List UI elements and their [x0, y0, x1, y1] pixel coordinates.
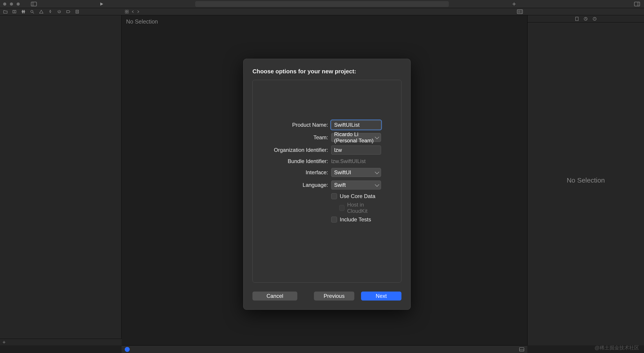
test-navigator-icon[interactable] — [48, 10, 52, 14]
dialog-title: Choose options for your new project: — [252, 68, 402, 75]
editor-options-icon-container — [517, 8, 523, 15]
watermark-text: @稀土掘金技术社区 — [595, 345, 639, 351]
navigator-panel — [0, 15, 122, 345]
org-id-label: Organization Identifier: — [273, 147, 331, 153]
navigator-selector-bar — [0, 8, 644, 15]
minimize-window-button[interactable] — [10, 2, 13, 5]
product-name-input[interactable] — [331, 120, 381, 129]
breakpoint-navigator-icon[interactable] — [66, 10, 70, 14]
interface-select[interactable]: SwiftUI — [331, 168, 381, 177]
window-titlebar — [0, 0, 644, 8]
language-select-value: Swift — [334, 182, 346, 188]
svg-rect-27 — [576, 17, 578, 21]
activity-viewer[interactable] — [195, 1, 449, 7]
svg-marker-18 — [67, 10, 70, 13]
inspector-panel: ? No Selection — [527, 15, 644, 345]
product-name-label: Product Name: — [273, 122, 331, 128]
toggle-debug-area-icon[interactable] — [519, 348, 524, 352]
svg-line-14 — [33, 12, 34, 13]
symbol-navigator-icon[interactable] — [21, 10, 26, 14]
svg-marker-2 — [100, 2, 103, 5]
use-core-data-checkbox[interactable] — [331, 193, 337, 199]
library-add-icon[interactable] — [512, 2, 516, 6]
org-id-input[interactable] — [331, 146, 381, 155]
svg-rect-26 — [127, 12, 128, 13]
svg-rect-38 — [520, 348, 524, 351]
interface-label: Interface: — [273, 169, 331, 176]
previous-button[interactable]: Previous — [314, 292, 354, 301]
svg-rect-12 — [22, 11, 25, 12]
dialog-footer: Cancel Previous Next — [252, 292, 402, 301]
related-items-icon[interactable] — [125, 10, 129, 14]
project-navigator-icon[interactable] — [3, 10, 8, 14]
help-inspector-icon[interactable]: ? — [592, 16, 597, 21]
svg-text:?: ? — [594, 18, 595, 20]
debug-filter-icon[interactable] — [125, 347, 130, 352]
team-label: Team: — [273, 134, 331, 141]
file-inspector-icon[interactable] — [575, 16, 579, 21]
svg-point-13 — [31, 10, 33, 12]
inspector-no-selection: No Selection — [566, 176, 605, 184]
inspector-toggle-icon[interactable] — [634, 2, 640, 6]
new-project-dialog-overlay: Choose options for your new project: Pro… — [243, 30, 411, 338]
bundle-id-label: Bundle Identifier: — [273, 158, 331, 164]
source-control-navigator-icon[interactable] — [12, 10, 16, 14]
use-core-data-label: Use Core Data — [340, 193, 376, 199]
inspector-tabs: ? — [528, 15, 644, 22]
report-navigator-icon[interactable] — [75, 10, 80, 14]
team-select[interactable]: Ricardo Li (Personal Team) — [331, 133, 381, 142]
go-forward-icon[interactable] — [137, 10, 140, 13]
zoom-window-button[interactable] — [16, 2, 20, 5]
history-inspector-icon[interactable] — [584, 16, 588, 21]
jump-bar-no-selection: No Selection — [122, 15, 527, 28]
run-button-icon[interactable] — [100, 2, 104, 6]
issue-navigator-icon[interactable] — [39, 10, 44, 14]
debug-navigator-icon[interactable] — [57, 10, 62, 14]
go-back-icon[interactable] — [132, 10, 134, 13]
debug-area-bar — [122, 345, 527, 353]
svg-rect-25 — [125, 12, 126, 13]
bundle-id-value: lzw.SwiftUIList — [331, 158, 366, 164]
svg-rect-23 — [125, 10, 126, 11]
interface-select-value: SwiftUI — [334, 169, 351, 176]
language-label: Language: — [273, 182, 331, 188]
include-tests-checkbox[interactable] — [331, 217, 337, 223]
host-cloudkit-checkbox — [339, 205, 344, 211]
traffic-lights — [3, 2, 20, 5]
navigator-tab-icons — [0, 10, 122, 14]
svg-marker-15 — [40, 10, 43, 13]
navigator-filter-bar — [0, 339, 122, 345]
svg-rect-5 — [634, 2, 640, 6]
svg-rect-24 — [127, 10, 128, 11]
new-project-dialog: Choose options for your new project: Pro… — [243, 59, 411, 310]
editor-area: No Selection Choose options for your new… — [122, 15, 527, 345]
next-button[interactable]: Next — [361, 292, 402, 301]
host-cloudkit-label: Host in CloudKit — [347, 202, 381, 214]
add-target-icon[interactable] — [2, 341, 6, 344]
editor-toolbar-icons — [122, 10, 143, 14]
team-select-value: Ricardo Li (Personal Team) — [334, 131, 378, 144]
language-select[interactable]: Swift — [331, 181, 381, 190]
find-navigator-icon[interactable] — [30, 10, 34, 14]
close-window-button[interactable] — [3, 2, 6, 5]
adjust-editor-options-icon[interactable] — [517, 9, 523, 14]
svg-rect-0 — [31, 2, 36, 6]
navigator-toggle-icon[interactable] — [31, 2, 37, 6]
dialog-form-body: Product Name: Team: Ricardo Li (Personal… — [252, 80, 402, 283]
include-tests-label: Include Tests — [340, 216, 371, 223]
svg-marker-16 — [50, 10, 51, 13]
cancel-button[interactable]: Cancel — [252, 292, 297, 301]
